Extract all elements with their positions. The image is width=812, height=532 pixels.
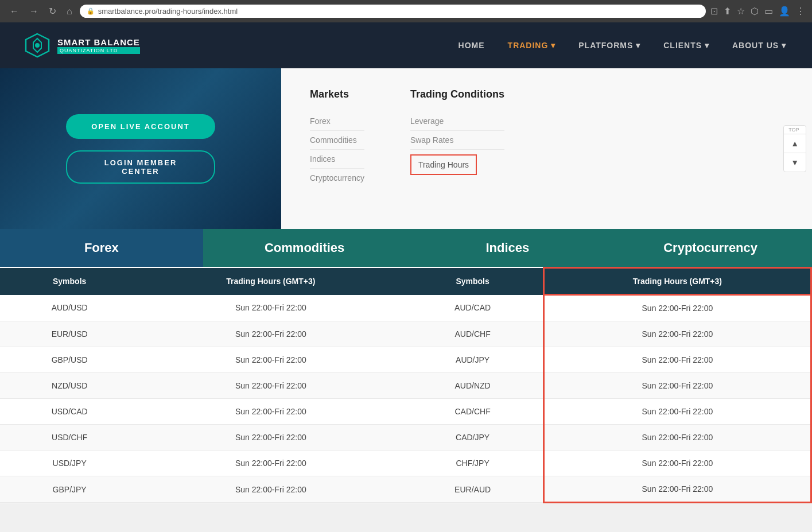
time-2: Sun 22:00-Fri 22:00 (543, 321, 811, 347)
time-1: Sun 22:00-Fri 22:00 (139, 425, 402, 451)
market-cryptocurrency[interactable]: Cryptocurrency (310, 169, 364, 187)
condition-trading-hours[interactable]: Trading Hours (410, 150, 504, 180)
open-account-button[interactable]: OPEN LIVE ACCOUNT (66, 114, 215, 139)
site-header: SMART BALANCE QUANTIZATION LTD HOME TRAD… (0, 22, 812, 68)
symbol-1: AUD/USD (0, 295, 139, 321)
table-body: AUD/USD Sun 22:00-Fri 22:00 AUD/CAD Sun … (0, 295, 811, 503)
nav-home[interactable]: HOME (456, 22, 488, 68)
logo-icon (23, 31, 52, 60)
dropdown-panel: Markets Forex Commodities Indices Crypto… (281, 68, 812, 229)
table-row: EUR/USD Sun 22:00-Fri 22:00 AUD/CHF Sun … (0, 321, 811, 347)
market-forex[interactable]: Forex (310, 112, 364, 131)
profile-icon[interactable]: 👤 (779, 6, 790, 17)
nav-platforms[interactable]: PLATFORMS ▾ (576, 22, 643, 68)
symbol-1: USD/CHF (0, 425, 139, 451)
tabs-section: Forex Commodities Indices Cryptocurrency (0, 229, 812, 267)
login-button[interactable]: LOGIN MEMBER CENTER (66, 150, 215, 184)
trading-hours-table: Symbols Trading Hours (GMT+3) Symbols Tr… (0, 267, 812, 503)
time-1: Sun 22:00-Fri 22:00 (139, 295, 402, 321)
table-row: GBP/JPY Sun 22:00-Fri 22:00 EUR/AUD Sun … (0, 476, 811, 503)
home-button[interactable]: ⌂ (64, 5, 75, 18)
time-2: Sun 22:00-Fri 22:00 (543, 347, 811, 373)
time-2: Sun 22:00-Fri 22:00 (543, 451, 811, 476)
table-header-row: Symbols Trading Hours (GMT+3) Symbols Tr… (0, 268, 811, 295)
symbol-1: NZD/USD (0, 373, 139, 399)
table-row: USD/JPY Sun 22:00-Fri 22:00 CHF/JPY Sun … (0, 451, 811, 476)
lock-icon: 🔒 (87, 7, 95, 15)
symbol-1: USD/CAD (0, 399, 139, 425)
scroll-up-button[interactable]: ▲ (784, 134, 806, 153)
symbol-2: AUD/CAD (402, 295, 543, 321)
time-2: Sun 22:00-Fri 22:00 (543, 425, 811, 451)
market-indices[interactable]: Indices (310, 150, 364, 169)
symbol-2: AUD/CHF (402, 321, 543, 347)
condition-leverage[interactable]: Leverage (410, 112, 504, 131)
col-symbols-2: Symbols (402, 268, 543, 295)
col-hours-1: Trading Hours (GMT+3) (139, 268, 402, 295)
time-2: Sun 22:00-Fri 22:00 (543, 399, 811, 425)
symbol-2: EUR/AUD (402, 476, 543, 503)
tab-indices[interactable]: Indices (406, 229, 609, 267)
symbol-2: CAD/CHF (402, 399, 543, 425)
symbol-1: GBP/JPY (0, 476, 139, 503)
conditions-list: Leverage Swap Rates Trading Hours (410, 112, 504, 180)
main-nav: HOME TRADING ▾ PLATFORMS ▾ CLIENTS ▾ ABO… (456, 22, 789, 68)
col-hours-2: Trading Hours (GMT+3) (543, 268, 811, 295)
table-row: AUD/USD Sun 22:00-Fri 22:00 AUD/CAD Sun … (0, 295, 811, 321)
time-1: Sun 22:00-Fri 22:00 (139, 451, 402, 476)
time-2: Sun 22:00-Fri 22:00 (543, 476, 811, 503)
market-commodities[interactable]: Commodities (310, 131, 364, 150)
url-text: smartbalance.pro/trading-hours/index.htm… (98, 7, 238, 15)
tab-commodities[interactable]: Commodities (203, 229, 406, 267)
tab-forex[interactable]: Forex (0, 229, 203, 267)
tab-cryptocurrency[interactable]: Cryptocurrency (609, 229, 812, 267)
refresh-button[interactable]: ↻ (46, 5, 59, 18)
scroll-down-button[interactable]: ▼ (784, 153, 806, 172)
puzzle-icon[interactable]: ⬡ (751, 6, 759, 17)
time-1: Sun 22:00-Fri 22:00 (139, 399, 402, 425)
hero-section: OPEN LIVE ACCOUNT LOGIN MEMBER CENTER (0, 68, 281, 229)
nav-about[interactable]: ABOUT US ▾ (729, 22, 789, 68)
symbol-2: AUD/NZD (402, 373, 543, 399)
time-2: Sun 22:00-Fri 22:00 (543, 373, 811, 399)
table-section: Symbols Trading Hours (GMT+3) Symbols Tr… (0, 267, 812, 503)
markets-title: Markets (310, 88, 364, 100)
symbol-1: USD/JPY (0, 451, 139, 476)
window-icon[interactable]: ▭ (764, 6, 773, 17)
symbol-1: GBP/USD (0, 347, 139, 373)
time-2: Sun 22:00-Fri 22:00 (543, 295, 811, 321)
cast-icon[interactable]: ⊡ (710, 6, 718, 17)
top-label: TOP (784, 126, 806, 134)
back-button[interactable]: ← (7, 5, 22, 18)
nav-clients[interactable]: CLIENTS ▾ (661, 22, 712, 68)
logo-name: SMART BALANCE (57, 37, 140, 47)
time-1: Sun 22:00-Fri 22:00 (139, 373, 402, 399)
hero-dropdown-area: OPEN LIVE ACCOUNT LOGIN MEMBER CENTER Ma… (0, 68, 812, 229)
conditions-title: Trading Conditions (410, 88, 504, 100)
nav-trading[interactable]: TRADING ▾ (505, 22, 559, 68)
star-icon[interactable]: ☆ (737, 6, 745, 17)
share-icon[interactable]: ⬆ (724, 6, 731, 17)
markets-list: Forex Commodities Indices Cryptocurrency (310, 112, 364, 187)
table-row: USD/CAD Sun 22:00-Fri 22:00 CAD/CHF Sun … (0, 399, 811, 425)
table-row: NZD/USD Sun 22:00-Fri 22:00 AUD/NZD Sun … (0, 373, 811, 399)
markets-column: Markets Forex Commodities Indices Crypto… (310, 88, 364, 209)
browser-chrome: ← → ↻ ⌂ 🔒 smartbalance.pro/trading-hours… (0, 0, 812, 22)
menu-icon[interactable]: ⋮ (796, 6, 805, 17)
time-1: Sun 22:00-Fri 22:00 (139, 476, 402, 503)
symbol-2: AUD/JPY (402, 347, 543, 373)
symbol-2: CHF/JPY (402, 451, 543, 476)
address-bar[interactable]: 🔒 smartbalance.pro/trading-hours/index.h… (80, 5, 706, 18)
conditions-column: Trading Conditions Leverage Swap Rates T… (410, 88, 504, 209)
logo-sub: QUANTIZATION LTD (57, 47, 140, 54)
logo-text: SMART BALANCE QUANTIZATION LTD (57, 37, 140, 54)
browser-actions: ⊡ ⬆ ☆ ⬡ ▭ 👤 ⋮ (710, 6, 805, 17)
table-row: GBP/USD Sun 22:00-Fri 22:00 AUD/JPY Sun … (0, 347, 811, 373)
symbol-1: EUR/USD (0, 321, 139, 347)
time-1: Sun 22:00-Fri 22:00 (139, 321, 402, 347)
time-1: Sun 22:00-Fri 22:00 (139, 347, 402, 373)
svg-point-1 (35, 43, 40, 48)
condition-swap-rates[interactable]: Swap Rates (410, 131, 504, 150)
forward-button[interactable]: → (26, 5, 41, 18)
symbol-2: CAD/JPY (402, 425, 543, 451)
